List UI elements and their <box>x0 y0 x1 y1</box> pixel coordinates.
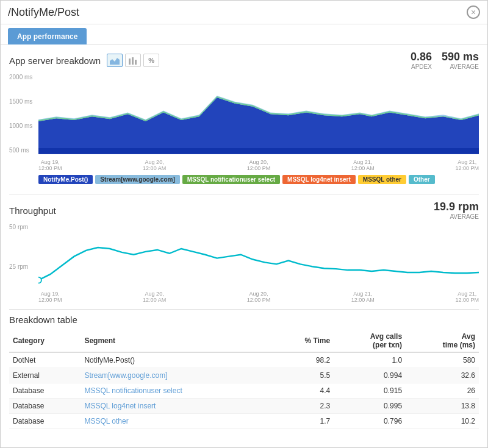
breakdown-section: Breakdown table Category Segment % Time … <box>1 310 487 438</box>
cell-avg-calls: 0.995 <box>334 399 406 414</box>
throughput-x-labels: Aug 19,12:00 PM Aug 20,12:00 AM Aug 20,1… <box>38 291 479 303</box>
tabs-bar: App performance <box>1 24 487 44</box>
page-title: /NotifyMe/Post <box>8 6 79 19</box>
throughput-chart: 50 rpm 25 rpm Aug 19,12:00 PM Aug 20,12:… <box>9 224 479 303</box>
svg-marker-0 <box>110 58 120 65</box>
apdex-label: APDEX <box>411 63 432 70</box>
col-header-avg-calls: Avg calls (per txn) <box>334 330 406 352</box>
cell-segment[interactable]: Stream[www.google.com] <box>81 368 273 383</box>
legend-item-4[interactable]: MSSQL other <box>358 175 406 184</box>
cell-avg-calls: 0.915 <box>334 383 406 399</box>
x-label-2: Aug 20,12:00 PM <box>247 159 271 171</box>
svg-rect-2 <box>132 57 134 65</box>
cell-segment[interactable]: MSSQL notificationuser select <box>81 383 273 399</box>
cell-pct-time: 2.3 <box>274 399 334 414</box>
y-label-3: 500 ms <box>9 147 38 154</box>
x-label-4: Aug 21,12:00 PM <box>455 159 479 171</box>
col-header-avg-time: Avg time (ms) <box>406 330 479 352</box>
apdex-value: 0.86 <box>411 51 432 63</box>
cell-category: Database <box>9 383 81 399</box>
svg-marker-7 <box>38 148 479 154</box>
chart-icon-group: % <box>107 54 159 67</box>
tp-x-label-4: Aug 21,12:00 PM <box>455 291 479 303</box>
col-header-category: Category <box>9 330 81 352</box>
legend-item-3[interactable]: MSSQL log4net insert <box>282 175 356 184</box>
cell-pct-time: 5.5 <box>274 368 334 383</box>
col-header-segment: Segment <box>81 330 273 352</box>
tp-x-label-0: Aug 19,12:00 PM <box>38 291 62 303</box>
title-bar: /NotifyMe/Post × <box>1 1 487 24</box>
cell-segment[interactable]: MSSQL other <box>81 414 273 429</box>
avg-label: AVERAGE <box>442 63 479 70</box>
app-server-section: App server breakdown % 0.86 APDEX <box>1 44 487 194</box>
cell-category: Database <box>9 414 81 429</box>
legend-item-5[interactable]: Other <box>409 175 435 184</box>
table-row: DatabaseMSSQL log4net insert2.30.99513.8 <box>9 399 479 414</box>
tp-x-label-1: Aug 20,12:00 AM <box>143 291 166 303</box>
table-row: DotNetNotifyMe.Post()98.21.0580 <box>9 352 479 368</box>
throughput-header: Throughput 19.9 rpm AVERAGE <box>9 201 479 220</box>
table-row: DatabaseMSSQL other1.70.79610.2 <box>9 414 479 429</box>
legend-item-0[interactable]: NotifyMe.Post() <box>38 175 93 184</box>
app-server-svg <box>38 74 479 154</box>
app-server-chart: 2000 ms 1500 ms 1000 ms 500 ms <box>9 74 479 171</box>
breakdown-table: Category Segment % Time Avg calls (per t… <box>9 330 479 429</box>
svg-rect-1 <box>129 59 131 65</box>
cell-category: External <box>9 368 81 383</box>
cell-avg-time: 580 <box>406 352 479 368</box>
cell-avg-calls: 1.0 <box>334 352 406 368</box>
tp-x-label-2: Aug 20,12:00 PM <box>247 291 271 303</box>
table-header-row: Category Segment % Time Avg calls (per t… <box>9 330 479 352</box>
legend-item-2[interactable]: MSSQL notificationuser select <box>182 175 280 184</box>
y-label-0: 2000 ms <box>9 74 38 80</box>
cell-avg-calls: 0.796 <box>334 414 406 429</box>
throughput-y-labels: 50 rpm 25 rpm <box>9 224 38 303</box>
main-window: /NotifyMe/Post × App performance App ser… <box>0 0 488 448</box>
chart-icon-area[interactable] <box>107 54 123 67</box>
cell-avg-calls: 0.994 <box>334 368 406 383</box>
x-label-1: Aug 20,12:00 AM <box>143 159 166 171</box>
x-label-0: Aug 19,12:00 PM <box>38 159 62 171</box>
tab-app-performance[interactable]: App performance <box>8 28 87 44</box>
cell-segment[interactable]: MSSQL log4net insert <box>81 399 273 414</box>
close-button[interactable]: × <box>467 5 480 19</box>
throughput-svg <box>38 224 479 289</box>
table-row: DatabaseMSSQL notificationuser select4.4… <box>9 383 479 399</box>
cell-avg-time: 32.6 <box>406 368 479 383</box>
chart-icon-bar[interactable] <box>125 54 141 67</box>
breakdown-title: Breakdown table <box>9 315 479 325</box>
cell-avg-time: 10.2 <box>406 414 479 429</box>
col-header-pct-time: % Time <box>274 330 334 352</box>
cell-avg-time: 26 <box>406 383 479 399</box>
chart-icon-pct[interactable]: % <box>143 54 159 67</box>
svg-marker-4 <box>38 98 479 154</box>
tp-x-label-3: Aug 21,12:00 AM <box>351 291 375 303</box>
x-label-3: Aug 21,12:00 AM <box>351 159 375 171</box>
throughput-avg-label: AVERAGE <box>434 213 479 220</box>
y-label-2: 1000 ms <box>9 123 38 129</box>
cell-pct-time: 4.4 <box>274 383 334 399</box>
cell-pct-time: 1.7 <box>274 414 334 429</box>
app-server-x-labels: Aug 19,12:00 PM Aug 20,12:00 AM Aug 20,1… <box>38 159 479 171</box>
tp-y-label-1: 25 rpm <box>9 263 38 270</box>
app-server-title: App server breakdown <box>9 55 101 66</box>
app-server-header: App server breakdown % 0.86 APDEX <box>9 51 479 70</box>
tp-y-label-0: 50 rpm <box>9 224 38 230</box>
cell-pct-time: 98.2 <box>274 352 334 368</box>
svg-rect-3 <box>135 60 137 65</box>
throughput-title: Throughput <box>9 205 56 216</box>
cell-avg-time: 13.8 <box>406 399 479 414</box>
svg-point-8 <box>38 277 41 283</box>
cell-category: DotNet <box>9 352 81 368</box>
avg-value: 590 ms <box>442 51 479 63</box>
app-server-y-labels: 2000 ms 1500 ms 1000 ms 500 ms <box>9 74 38 171</box>
y-label-1: 1500 ms <box>9 98 38 105</box>
cell-segment: NotifyMe.Post() <box>81 352 273 368</box>
legend-item-1[interactable]: Stream[www.google.com] <box>95 175 179 184</box>
chart-icon-pct-label: % <box>148 57 154 64</box>
cell-category: Database <box>9 399 81 414</box>
table-row: ExternalStream[www.google.com]5.50.99432… <box>9 368 479 383</box>
chart-legend: NotifyMe.Post() Stream[www.google.com] M… <box>9 175 479 184</box>
throughput-avg-value: 19.9 rpm <box>434 201 479 213</box>
throughput-section: Throughput 19.9 rpm AVERAGE 50 rpm 25 rp… <box>1 194 487 309</box>
